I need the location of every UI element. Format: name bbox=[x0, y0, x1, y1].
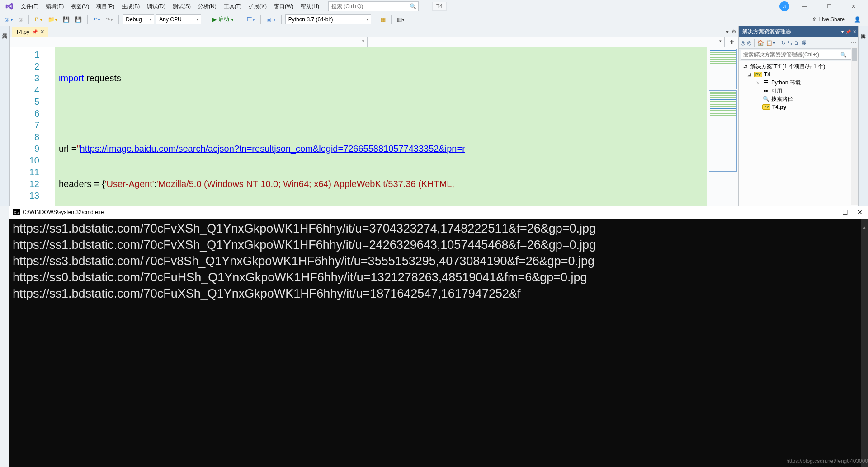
fold-margin[interactable] bbox=[46, 47, 55, 206]
tab-dropdown-button[interactable]: ▾ bbox=[726, 28, 729, 35]
maximize-button[interactable]: ☐ bbox=[820, 1, 838, 12]
visual-studio-logo bbox=[5, 1, 14, 11]
global-search-input[interactable] bbox=[331, 3, 408, 9]
solution-explorer-header[interactable]: 解决方案资源管理器 ▾ 📌 ✕ bbox=[739, 26, 858, 37]
main-toolbar: ◎ ▾ ◎ 🗋▾ 📁▾ 💾 💾 ↶▾ ↷▾ Debug Any CPU ▶ 启动… bbox=[0, 13, 868, 26]
solution-tree[interactable]: 🗂 解决方案"T4"(1 个项目/共 1 个) ◢ PY T4 ▷ ☰ Pyth… bbox=[739, 61, 858, 206]
account-icon[interactable]: 👤 bbox=[854, 16, 861, 23]
tab-settings-button[interactable]: ⚙ bbox=[731, 28, 736, 35]
console-window: C:\ C:\WINDOWS\system32\cmd.exe — ☐ ✕ ht… bbox=[9, 206, 868, 467]
solution-explorer: 解决方案资源管理器 ▾ 📌 ✕ ◎ ◎ 🏠 📋▾ ↻ ⇆ 🗋 🗐 ⋯ 🔍 ▾ bbox=[738, 26, 858, 206]
attach-button[interactable]: ▣ ▾ bbox=[264, 15, 277, 23]
python-project-icon: PY bbox=[754, 72, 762, 77]
menu-test[interactable]: 测试(S) bbox=[169, 1, 194, 12]
sol-refresh-button[interactable]: ↻ bbox=[781, 40, 786, 46]
navigate-forward-button[interactable]: ◎ bbox=[17, 15, 25, 23]
scope-dropdown-right[interactable] bbox=[368, 37, 725, 47]
code-editor[interactable]: 1 2 3 4 5 6 7 8 9 10 11 12 13 import req… bbox=[10, 47, 738, 206]
start-debug-button[interactable]: ▶ 启动 ▾ bbox=[209, 14, 237, 24]
toolbox-side-tab[interactable]: 工具箱 bbox=[0, 26, 10, 206]
menu-tools[interactable]: 工具(T) bbox=[220, 1, 245, 12]
scope-dropdown-left[interactable] bbox=[10, 37, 368, 47]
line-number-gutter: 1 2 3 4 5 6 7 8 9 10 11 12 13 bbox=[10, 47, 46, 206]
sol-collapse-button[interactable]: ⇆ bbox=[788, 40, 792, 46]
navigate-back-button[interactable]: ◎ ▾ bbox=[3, 15, 15, 23]
menu-help[interactable]: 帮助(H) bbox=[297, 1, 323, 12]
code-content[interactable]: import requests url ="https://image.baid… bbox=[55, 47, 707, 206]
solution-search-input[interactable] bbox=[743, 51, 854, 58]
menu-view[interactable]: 视图(V) bbox=[67, 1, 93, 12]
debug-target-button[interactable]: 🗔▾ bbox=[245, 15, 257, 23]
editor-tab-strip: T4.py 📌 ✕ ▾ ⚙ bbox=[10, 26, 738, 37]
close-button[interactable]: ✕ bbox=[844, 1, 863, 12]
tab-label: T4.py bbox=[16, 29, 29, 35]
panel-close-icon[interactable]: ✕ bbox=[853, 29, 856, 34]
menu-file[interactable]: 文件(F) bbox=[17, 1, 42, 12]
live-share-button[interactable]: ⇪ Live Share 👤 bbox=[807, 16, 865, 23]
minimize-button[interactable]: — bbox=[796, 1, 814, 12]
menu-project[interactable]: 项目(P) bbox=[93, 1, 118, 12]
solution-root-node[interactable]: 🗂 解决方案"T4"(1 个项目/共 1 个) bbox=[740, 62, 857, 70]
save-all-button[interactable]: 💾 bbox=[73, 15, 84, 23]
menu-edit[interactable]: 编辑(E) bbox=[42, 1, 67, 12]
close-tab-button[interactable]: ✕ bbox=[40, 29, 44, 35]
expand-icon[interactable]: ▷ bbox=[756, 80, 760, 85]
save-button[interactable]: 💾 bbox=[61, 15, 71, 23]
panel-pin-icon[interactable]: 📌 bbox=[845, 29, 851, 34]
python-file-icon: PY bbox=[762, 104, 770, 110]
environment-icon: ☰ bbox=[762, 79, 769, 86]
main-workspace: 工具箱 T4.py 📌 ✕ ▾ ⚙ ✚ 1 2 3 4 5 bbox=[0, 26, 868, 206]
python-env-node[interactable]: ▷ ☰ Python 环境 bbox=[740, 79, 857, 87]
solution-toolbar: ◎ ◎ 🏠 📋▾ ↻ ⇆ 🗋 🗐 ⋯ bbox=[739, 37, 858, 49]
notification-badge[interactable]: 3 bbox=[779, 1, 789, 11]
panel-dropdown-icon[interactable]: ▾ bbox=[841, 29, 844, 34]
solution-search-box[interactable]: 🔍 ▾ bbox=[741, 50, 856, 60]
console-maximize-button[interactable]: ☐ bbox=[842, 209, 848, 216]
share-icon: ⇪ bbox=[812, 16, 816, 23]
sol-showall-button[interactable]: 🗋 bbox=[794, 40, 799, 46]
search-paths-node[interactable]: 🔍 搜索路径 bbox=[740, 95, 857, 103]
vertical-scrollbar[interactable] bbox=[851, 47, 858, 205]
file-node[interactable]: PY T4.py bbox=[740, 103, 857, 111]
sol-overflow-button[interactable]: ⋯ bbox=[851, 40, 856, 46]
console-title: C:\WINDOWS\system32\cmd.exe bbox=[23, 209, 104, 215]
pin-icon[interactable]: 📌 bbox=[32, 29, 38, 34]
global-search-box[interactable]: 🔍 bbox=[328, 1, 419, 11]
console-titlebar[interactable]: C:\ C:\WINDOWS\system32\cmd.exe — ☐ ✕ bbox=[9, 206, 868, 219]
editor-panel: T4.py 📌 ✕ ▾ ⚙ ✚ 1 2 3 4 5 6 7 8 bbox=[10, 26, 738, 206]
sol-home-button[interactable]: 🏠 bbox=[757, 40, 764, 46]
console-close-button[interactable]: ✕ bbox=[857, 209, 863, 216]
solution-name-label: T4 bbox=[432, 2, 447, 11]
console-scrollbar[interactable]: ▲ bbox=[861, 219, 868, 467]
menu-extensions[interactable]: 扩展(X) bbox=[245, 1, 270, 12]
sol-sync-button[interactable]: 📋▾ bbox=[766, 40, 775, 46]
layout-button-1[interactable]: ▦ bbox=[379, 15, 387, 23]
console-output[interactable]: https://ss1.bdstatic.com/70cFvXSh_Q1YnxG… bbox=[9, 219, 868, 467]
menu-analyze[interactable]: 分析(N) bbox=[194, 1, 220, 12]
sol-forward-button[interactable]: ◎ bbox=[747, 40, 751, 46]
references-node[interactable]: ▪▪ 引用 bbox=[740, 87, 857, 95]
configuration-dropdown[interactable]: Debug bbox=[123, 14, 154, 24]
undo-button[interactable]: ↶▾ bbox=[91, 15, 102, 23]
search-path-icon: 🔍 bbox=[762, 96, 769, 102]
layout-button-2[interactable]: ▥▾ bbox=[395, 15, 406, 23]
sol-properties-button[interactable]: 🗐 bbox=[801, 40, 807, 46]
properties-side-tab[interactable]: 属性 bbox=[858, 26, 868, 206]
project-node[interactable]: ◢ PY T4 bbox=[740, 70, 857, 79]
platform-dropdown[interactable]: Any CPU bbox=[156, 14, 201, 24]
expand-icon[interactable]: ◢ bbox=[748, 72, 752, 77]
console-minimize-button[interactable]: — bbox=[827, 209, 833, 216]
new-project-button[interactable]: 🗋▾ bbox=[33, 15, 44, 23]
menu-window[interactable]: 窗口(W) bbox=[270, 1, 297, 12]
references-icon: ▪▪ bbox=[762, 88, 769, 94]
redo-button[interactable]: ↷▾ bbox=[104, 15, 115, 23]
code-minimap[interactable] bbox=[707, 47, 738, 206]
editor-tab[interactable]: T4.py 📌 ✕ bbox=[12, 27, 48, 37]
python-environment-dropdown[interactable]: Python 3.7 (64-bit) bbox=[285, 14, 371, 24]
menu-debug[interactable]: 调试(D) bbox=[143, 1, 169, 12]
open-button[interactable]: 📁▾ bbox=[46, 15, 59, 23]
split-view-button[interactable]: ✚ bbox=[725, 37, 738, 47]
editor-breadcrumb: ✚ bbox=[10, 37, 738, 47]
sol-back-button[interactable]: ◎ bbox=[741, 40, 745, 46]
menu-build[interactable]: 生成(B) bbox=[118, 1, 143, 12]
